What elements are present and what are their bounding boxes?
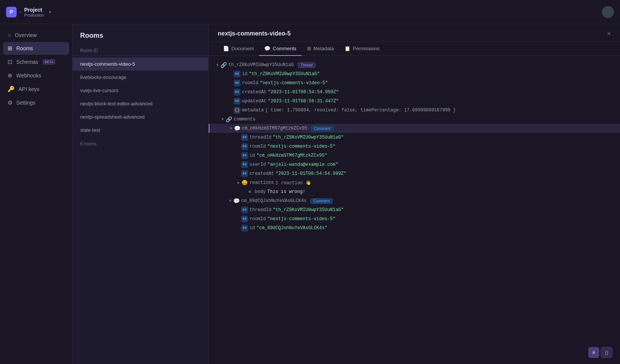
c1-reactions-value: 1 reaction 👋	[276, 180, 311, 186]
tab-document[interactable]: 📄 Document	[218, 42, 259, 56]
field-key-id: id	[242, 71, 247, 77]
detail-header: nextjs-comments-video-5 ×	[209, 24, 620, 42]
comment-icon: 💬	[234, 125, 240, 132]
tree-row-updatedat: 66 updatedAt "2023-11-01T08:56:31.447Z"	[209, 97, 620, 106]
thread-badge: Thread	[298, 62, 316, 68]
tree-row-comment1: ▼ 💬 cm_oHkHzmSTM67gMtzkZCx95 Comment	[209, 124, 620, 133]
bottom-toolbar: ≡ {}	[588, 347, 612, 358]
string-icon: 66	[241, 207, 248, 213]
tree-row-c2-id: 66 id "cm_89dCQJshNuYeVAsGLCK4s"	[209, 224, 620, 233]
tree-row-comments: ▼ 🔗 comments	[209, 115, 620, 124]
string-icon: 66	[241, 161, 248, 168]
string-icon: 66	[234, 98, 240, 105]
sidebar-item-schemas[interactable]: ⊡ Schemas BETA	[3, 56, 69, 68]
sidebar-item-settings[interactable]: ⚙ Settings	[3, 96, 69, 109]
api-keys-icon: 🔑	[8, 86, 15, 93]
string-icon: 66	[241, 143, 248, 150]
room-item-2[interactable]: liveblocks-encourage	[73, 71, 208, 84]
toggle-thread[interactable]: ▼	[215, 62, 220, 68]
data-viewer: ▼ 🔗 th_rZ8KoVMIU0wpY35UuN1aG Thread 66 i…	[209, 56, 620, 364]
tree-row-metadata: {} metadata { time: 1.790084, resolved: …	[209, 106, 620, 115]
toggle-comment2[interactable]: ▼	[228, 198, 233, 204]
string-icon: 66	[234, 89, 240, 96]
project-dropdown-icon[interactable]: ▾	[49, 9, 51, 15]
comments-key: comments	[234, 117, 256, 122]
toggle-comments[interactable]: ▼	[220, 117, 225, 122]
string-icon: 66	[234, 71, 240, 77]
settings-icon: ⚙	[8, 99, 12, 106]
schemas-icon: ⊡	[8, 59, 12, 65]
string-icon: 66	[241, 134, 248, 141]
comment1-id: cm_oHkHzmSTM67gMtzkZCx95	[242, 126, 307, 131]
comments-icon: 💬	[264, 46, 270, 51]
room-item-6[interactable]: slate-test	[73, 123, 208, 137]
comment2-id: cm_89dCQJshNuYeVAsGLCK4s	[241, 198, 307, 204]
comment1-badge: Comment	[311, 126, 333, 131]
c1-body-value: This is wrong!	[267, 189, 305, 194]
project-info: Project Production	[24, 7, 44, 17]
tree-row-c1-createdat: 66 createdAt "2023-11-01T08:54:54.999Z"	[209, 169, 620, 178]
metadata-icon: ⊞	[307, 46, 311, 51]
json-view-button[interactable]: {}	[601, 347, 612, 358]
main-layout: ○ Overview ⊞ Rooms ⊡ Schemas BETA ⊕ Webh…	[0, 24, 620, 364]
tab-metadata[interactable]: ⊞ Metadata	[302, 42, 339, 56]
c1-field-roomid: roomId	[250, 144, 266, 149]
close-button[interactable]: ×	[607, 30, 611, 37]
toggle-comment1[interactable]: ▼	[228, 126, 234, 131]
tree-row-id: 66 id "th_rZ8KoVMIU0wpY35UuN1aG"	[209, 69, 620, 79]
sidebar-item-rooms[interactable]: ⊞ Rooms	[3, 42, 69, 55]
room-item-1[interactable]: nextjs-comments-video-5	[73, 57, 208, 71]
rooms-title: Rooms	[73, 32, 208, 46]
tree-row-roomid: 66 roomId "nextjs-comments-video-5"	[209, 79, 620, 88]
permissions-icon: 📋	[344, 46, 350, 51]
tab-permissions[interactable]: 📋 Permissions	[339, 42, 385, 56]
sidebar-item-overview[interactable]: ○ Overview	[3, 29, 69, 41]
thread-icon: 🔗	[220, 62, 227, 68]
overview-icon: ○	[8, 32, 11, 38]
c1-val-id: "cm_oHkHzmSTM67gMtzkZCx95"	[256, 153, 327, 158]
room-item-5[interactable]: nextjs-spreadsheet-advanced	[73, 110, 208, 123]
sidebar-item-label: Schemas	[16, 59, 38, 65]
sidebar-item-label: Webhooks	[16, 72, 41, 79]
comments-group-icon: 🔗	[225, 116, 232, 123]
string-icon: 66	[234, 80, 240, 86]
room-item-3[interactable]: vuejs-live-cursors	[73, 84, 208, 97]
field-val-roomid: "nextjs-comments-video-5"	[260, 80, 328, 86]
field-val-createdat: "2023-11-01T08:54:54.999Z"	[268, 89, 339, 95]
room-item-4[interactable]: nextjs-block-text-editor-advanced	[73, 97, 208, 110]
tree-row-comment2: ▼ 💬 cm_89dCQJshNuYeVAsGLCK4s Comment	[209, 196, 620, 205]
c1-val-userid: "anjali-wanda@example.com"	[267, 162, 338, 167]
project-avatar: P	[6, 7, 17, 17]
c1-field-createdat: createdAt	[250, 171, 274, 176]
list-view-button[interactable]: ≡	[588, 347, 600, 358]
user-avatar[interactable]	[602, 6, 614, 18]
document-icon: 📄	[223, 46, 229, 51]
toggle-reactions[interactable]: ▶	[236, 180, 241, 185]
tree-row-c1-id: 66 id "cm_oHkHzmSTM67gMtzkZCx95"	[209, 151, 620, 160]
c1-reactions-label: reactions	[250, 180, 274, 185]
main-content: nextjs-comments-video-5 × 📄 Document 💬 C…	[209, 24, 620, 364]
tree-row-c1-roomid: 66 roomId "nextjs-comments-video-5"	[209, 142, 620, 151]
project-env: Production	[24, 13, 44, 17]
c1-field-threadid: threadId	[250, 135, 271, 140]
rooms-count: 6 rooms	[73, 137, 208, 151]
sidebar-item-webhooks[interactable]: ⊕ Webhooks	[3, 69, 69, 82]
field-val-metadata: { time: 1.790084, resolved: false, timeP…	[265, 108, 456, 113]
body-icon: ≡	[246, 188, 253, 195]
string-icon: 66	[241, 170, 248, 177]
field-val-id: "th_rZ8KoVMIU0wpY35UuN1aG"	[249, 71, 319, 77]
tree-row-c1-threadid: 66 threadId "th_rZ8KoVMIU0wpY35UuN1aG"	[209, 133, 620, 142]
c1-field-id: id	[250, 153, 255, 158]
tree-row-createdat: 66 createdAt "2023-11-01T08:54:54.999Z"	[209, 88, 620, 97]
c2-field-id: id	[250, 225, 255, 231]
tabs: 📄 Document 💬 Comments ⊞ Metadata 📋 Permi…	[209, 42, 620, 56]
tab-comments[interactable]: 💬 Comments	[259, 42, 302, 56]
field-val-updatedat: "2023-11-01T08:56:31.447Z"	[268, 99, 339, 104]
webhooks-icon: ⊕	[8, 72, 12, 79]
c1-field-userid: userId	[250, 162, 266, 167]
c2-val-id: "cm_89dCQJshNuYeVAsGLCK4s"	[256, 225, 327, 231]
c2-val-roomid: "nextjs-comments-video-5"	[267, 216, 335, 222]
sidebar-item-api-keys[interactable]: 🔑 API keys	[3, 83, 69, 96]
c2-val-threadid: "th_rZ8KoVMIU0wpY35UuN1aG"	[273, 207, 344, 213]
comment2-badge: Comment	[310, 198, 333, 204]
